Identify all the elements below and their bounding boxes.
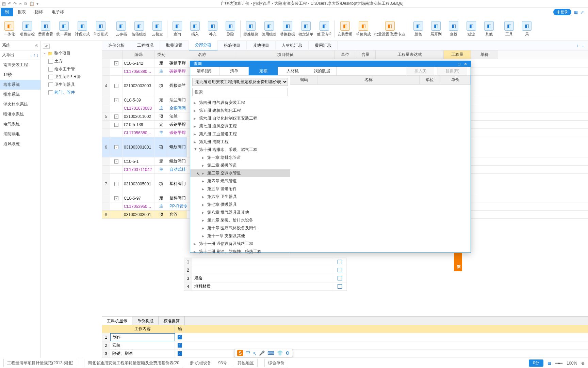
right-row[interactable]: 3规格	[184, 274, 347, 282]
ribbon-3[interactable]: ◧统一调价	[55, 18, 73, 40]
copy-icon[interactable]: ⧉	[24, 1, 27, 6]
row-expand[interactable]	[110, 129, 122, 137]
tree-node[interactable]: ▶第七章 供暖器具	[190, 201, 290, 209]
ribbon-8[interactable]: ◧智能组价	[130, 18, 148, 40]
ribbon-7[interactable]: ◧云存档	[113, 18, 130, 40]
ribbon-28[interactable]: ◧查找	[445, 18, 462, 40]
brow-check[interactable]	[175, 341, 185, 349]
collapse-icon[interactable]: ≪	[43, 44, 50, 49]
tree-node[interactable]: ▶第十册 给排水、采暖、燃气工程	[190, 146, 290, 154]
row-expand[interactable]	[110, 202, 122, 210]
apps-icon[interactable]: ▦	[574, 10, 578, 15]
tree-node[interactable]: ▶第四册 电气设备安装工程	[190, 99, 290, 107]
ribbon-14[interactable]: ◧删除	[222, 18, 239, 40]
ribbon-27[interactable]: ◧展开到	[427, 18, 444, 40]
leftnav-item[interactable]: 排水系统	[0, 90, 40, 99]
ribbon-29[interactable]: ◧过滤	[463, 18, 480, 40]
zoom-reset-icon[interactable]: ⊕	[581, 361, 585, 366]
row-expand[interactable]	[110, 166, 122, 173]
ribbon-18[interactable]: ◧替换数据	[279, 18, 296, 40]
ime-keyboard-icon[interactable]: ⌨	[267, 350, 274, 356]
ribbon-23[interactable]: ◧单价构成	[355, 18, 372, 40]
ribbon-24[interactable]: ◧批量设置 取费专业	[373, 18, 407, 40]
ribbon-5[interactable]: ◧单价形式	[92, 18, 110, 40]
login-button[interactable]: 未登录	[553, 9, 571, 15]
row-expand[interactable]: -	[110, 76, 122, 96]
subtab-7[interactable]: 费用汇总	[309, 41, 338, 50]
grid-header-5[interactable]: 单位	[335, 50, 355, 59]
leftnav-item[interactable]: 通风系统	[0, 139, 40, 149]
tree-root[interactable]: − 📁 整个项目	[42, 49, 101, 57]
tree-item[interactable]: 卫生间PP-R管	[42, 73, 101, 81]
subtab-5[interactable]: 其他项目	[247, 41, 276, 50]
row-expand[interactable]	[110, 211, 122, 218]
ime-mic-icon[interactable]: 🎤	[259, 350, 265, 356]
subtab-4[interactable]: 措施项目	[218, 41, 247, 50]
ribbon-30[interactable]: ◧其他	[480, 18, 497, 40]
tree-node[interactable]: ▶第十一章 支架及其他	[190, 232, 290, 240]
ribbon-9[interactable]: ◧云检查	[149, 18, 166, 40]
menu-tab-3[interactable]: 电子标	[48, 8, 68, 16]
ribbon-13[interactable]: ◧补充	[204, 18, 221, 40]
score-badge[interactable]: 0分	[529, 359, 543, 367]
subtab-2[interactable]: 取费设置	[160, 41, 189, 50]
brow-check[interactable]	[175, 333, 185, 341]
ribbon-1[interactable]: ◧项目自检	[18, 18, 36, 40]
bottom-tab-2[interactable]: 标准换算	[159, 317, 185, 325]
tree-node[interactable]: ▶第五章 管道附件	[190, 185, 290, 193]
ribbon-16[interactable]: ◧标准组价	[242, 18, 260, 40]
menu-tab-0[interactable]: 制	[1, 8, 13, 16]
dialog-tab-0[interactable]: 清单指引	[190, 67, 219, 75]
ribbon-20[interactable]: ◧整理清单	[315, 18, 333, 40]
tree-node[interactable]: ▶第十一册 通信设备及线路工程	[190, 240, 290, 248]
grid-header-3[interactable]: 名称	[168, 50, 236, 59]
status-price[interactable]: 综合单价	[264, 359, 288, 367]
subtab-1[interactable]: 工程概况	[131, 41, 160, 50]
row-expand[interactable]	[110, 67, 122, 75]
bottom-row[interactable]: 1制作	[102, 333, 588, 341]
paste-icon[interactable]: 📋	[29, 1, 34, 6]
right-row[interactable]: 4填料材质	[184, 282, 347, 291]
bottom-tab-0[interactable]: 工料机显示	[102, 317, 132, 325]
ime-settings-icon[interactable]: ⚙	[285, 350, 290, 356]
leftnav-item[interactable]: 消防弱电	[0, 129, 40, 139]
ribbon-19[interactable]: ◧锁定清单	[297, 18, 315, 40]
dialog-titlebar[interactable]: 查询 □ ✕	[190, 61, 471, 67]
tree-node[interactable]: ▶第九章 采暖、给排水设备	[190, 216, 290, 224]
tree-node[interactable]: ▶第五册 建筑智能化工程	[190, 107, 290, 114]
ribbon-4[interactable]: ◧计税方式	[74, 18, 91, 40]
grid-header-7[interactable]: 工程量表达式	[376, 50, 444, 59]
ime-toolbar[interactable]: S 中 •, 🎤 ⌨ 👕 ⚙	[234, 349, 293, 357]
ribbon-22[interactable]: ◧安装费用	[336, 18, 354, 40]
right-row[interactable]: 2	[184, 266, 347, 274]
close-icon[interactable]: ⊗	[35, 43, 38, 48]
tree-node[interactable]: ▶第八章 燃气器具及其他	[190, 209, 290, 216]
grid-header-4[interactable]: 项目特征	[236, 50, 335, 59]
quota-tree[interactable]: ▶第四册 电气设备安装工程▶第五册 建筑智能化工程▶第六册 自动化控制仪表安装工…	[190, 98, 290, 256]
dialog-maximize-icon[interactable]: □	[458, 62, 460, 66]
leftnav-item[interactable]: 南漳安装工程	[0, 60, 40, 70]
status-region[interactable]: 其他地区	[234, 359, 258, 367]
grid-header-1[interactable]: 编码	[122, 50, 154, 59]
grid-header-6[interactable]: 含量	[355, 50, 376, 59]
bottom-tab-1[interactable]: 单价构成	[132, 317, 159, 325]
rr-check[interactable]	[333, 266, 347, 274]
right-row[interactable]: 1	[184, 258, 347, 266]
bottom-row[interactable]: 2安装	[102, 341, 588, 350]
dialog-tab-1[interactable]: 清单	[219, 67, 249, 75]
redo-icon[interactable]: ↷	[13, 1, 17, 6]
dialog-tab-2[interactable]: 定额	[249, 67, 278, 75]
row-expand[interactable]: -	[110, 59, 122, 67]
brow-check[interactable]	[175, 350, 185, 357]
row-expand[interactable]: -	[110, 112, 122, 120]
menu-tab-1[interactable]: 报表	[14, 8, 30, 16]
status-quota[interactable]: 湖北省通用安装工程消耗量定额及全费用基价表(20	[84, 359, 183, 367]
tree-node[interactable]: ▶第十章 医疗气体设备及附件	[190, 224, 290, 232]
ribbon-0[interactable]: ◧一体化	[1, 18, 18, 40]
ime-skin-icon[interactable]: 👕	[277, 350, 283, 356]
save-icon[interactable]: ▤	[2, 1, 6, 6]
nav-arrows[interactable]: ↓ ↑ ↓	[30, 53, 38, 58]
zoom-slider[interactable]: ━●━	[555, 361, 562, 366]
ribbon-17[interactable]: ◧复用组价	[260, 18, 278, 40]
ime-lang[interactable]: 中	[246, 350, 250, 356]
